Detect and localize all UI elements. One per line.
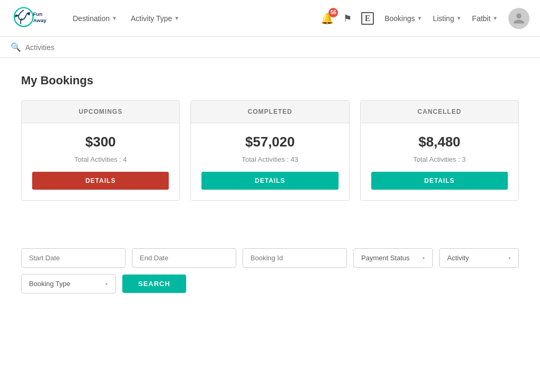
main-nav: Destination ▼ Activity Type ▼	[69, 12, 321, 25]
nav-listing[interactable]: Listing ▼	[429, 12, 466, 25]
start-date-input[interactable]	[21, 248, 126, 268]
booking-card-upcomings: UPCOMINGS $300 Total Activities : 4 DETA…	[21, 100, 180, 201]
card-header-upcomings: UPCOMINGS	[22, 101, 179, 123]
svg-text:Away: Away	[33, 17, 47, 23]
activity-type-chevron-icon: ▼	[174, 15, 179, 21]
card-body-completed: $57,020 Total Activities : 43 DETAILS	[191, 123, 349, 200]
nav-destination[interactable]: Destination ▼	[69, 12, 121, 25]
edit-icon[interactable]: E	[361, 12, 374, 25]
header: Fun Away Destination ▼ Activity Type ▼ 🔔…	[0, 0, 540, 37]
completed-details-button[interactable]: DETAILS	[201, 172, 338, 190]
bookings-chevron-icon: ▼	[417, 15, 422, 21]
destination-label: Destination	[73, 14, 110, 23]
main-content: My Bookings UPCOMINGS $300 Total Activit…	[0, 58, 540, 238]
activity-type-label: Activity Type	[131, 14, 172, 23]
user-avatar[interactable]	[508, 8, 529, 29]
nav-activity-type[interactable]: Activity Type ▼	[127, 12, 184, 25]
booking-cards: UPCOMINGS $300 Total Activities : 4 DETA…	[21, 100, 519, 201]
upcomings-details-button[interactable]: DETAILS	[32, 172, 169, 190]
listing-chevron-icon: ▼	[456, 15, 461, 21]
booking-id-input[interactable]	[243, 248, 347, 268]
notification-count: 56	[329, 8, 338, 17]
booking-card-completed: COMPLETED $57,020 Total Activities : 43 …	[190, 100, 349, 201]
completed-activities: Total Activities : 43	[201, 155, 338, 163]
search-input[interactable]	[25, 43, 131, 52]
filter-section: Payment Status Activity Booking Type SEA…	[0, 238, 540, 309]
upcomings-activities: Total Activities : 4	[32, 155, 169, 163]
bookings-label: Bookings	[384, 14, 415, 23]
nav-bookings[interactable]: Bookings ▼	[380, 12, 427, 25]
cancelled-amount: $8,480	[371, 134, 508, 150]
header-right: 🔔 56 ⚑ E Bookings ▼ Listing ▼ Fatbit ▼	[321, 8, 529, 29]
right-nav: Bookings ▼ Listing ▼ Fatbit ▼	[380, 12, 502, 25]
search-button[interactable]: SEARCH	[122, 275, 186, 293]
payment-status-select[interactable]: Payment Status	[353, 248, 433, 268]
fatbit-label: Fatbit	[472, 14, 490, 23]
flag-icon[interactable]: ⚑	[340, 11, 355, 26]
page-title: My Bookings	[21, 74, 519, 87]
search-bar: 🔍	[0, 37, 540, 58]
card-header-cancelled: CANCELLED	[361, 101, 518, 123]
filter-row-2: Booking Type SEARCH	[21, 274, 519, 293]
completed-amount: $57,020	[201, 134, 338, 150]
cancelled-details-button[interactable]: DETAILS	[371, 172, 508, 190]
nav-fatbit[interactable]: Fatbit ▼	[468, 12, 502, 25]
destination-chevron-icon: ▼	[112, 15, 117, 21]
booking-type-select[interactable]: Booking Type	[21, 274, 116, 293]
card-body-upcomings: $300 Total Activities : 4 DETAILS	[22, 123, 179, 200]
filter-row-1: Payment Status Activity	[21, 248, 519, 268]
search-icon: 🔍	[11, 42, 21, 52]
logo[interactable]: Fun Away	[11, 4, 53, 33]
fatbit-chevron-icon: ▼	[493, 15, 498, 21]
upcomings-amount: $300	[32, 134, 169, 150]
end-date-input[interactable]	[132, 248, 236, 268]
activity-select[interactable]: Activity	[439, 248, 519, 268]
card-header-completed: COMPLETED	[191, 101, 349, 123]
svg-text:Fun: Fun	[33, 11, 43, 17]
card-body-cancelled: $8,480 Total Activities : 3 DETAILS	[361, 123, 518, 200]
booking-card-cancelled: CANCELLED $8,480 Total Activities : 3 DE…	[360, 100, 519, 201]
cancelled-activities: Total Activities : 3	[371, 155, 508, 163]
notification-bell[interactable]: 🔔 56	[321, 12, 334, 25]
listing-label: Listing	[433, 14, 454, 23]
